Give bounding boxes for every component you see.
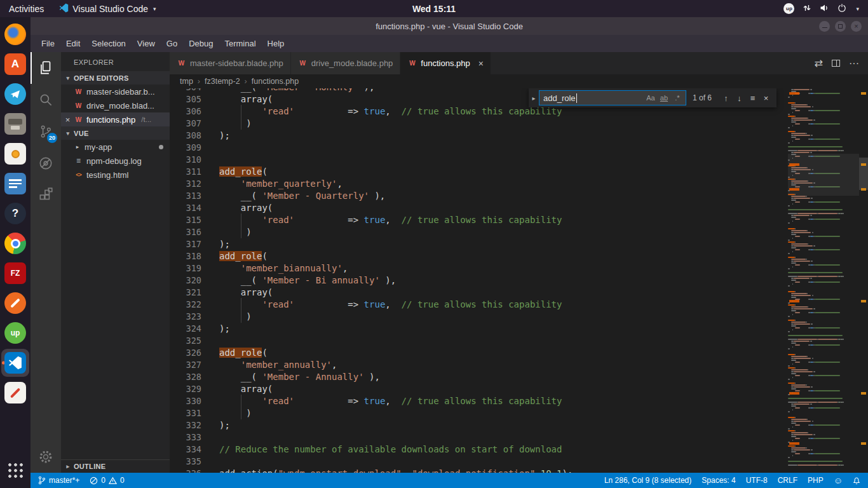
scrollbar-thumb[interactable]	[859, 158, 868, 190]
code-line[interactable]: 310	[170, 153, 785, 165]
code-line[interactable]: 326add_role(	[170, 346, 785, 358]
upwork-tray-icon[interactable]: up	[783, 3, 794, 14]
code-line[interactable]: 328 __( 'Member - Annually' ),	[170, 370, 785, 383]
outline-section-header[interactable]: ▸ OUTLINE	[61, 459, 170, 473]
code-line[interactable]: 332);	[170, 419, 785, 431]
code-line[interactable]: 314 array(	[170, 201, 785, 214]
toggle-replace-icon[interactable]: ▸	[529, 95, 539, 102]
code-line[interactable]: 307 )	[170, 117, 785, 129]
close-tab-icon[interactable]: ×	[478, 58, 484, 69]
code-line[interactable]: 336add_action("wpdm_onstart_download", "…	[170, 467, 785, 473]
code-line[interactable]: 317);	[170, 238, 785, 250]
dock-annotator[interactable]	[1, 379, 29, 407]
code-line[interactable]: 334// Reduce the number of available dow…	[170, 443, 785, 455]
breadcrumb-item[interactable]: fz3temp-2	[205, 77, 240, 86]
manage-gear-icon[interactable]	[31, 441, 61, 473]
next-match-button[interactable]: ↓	[733, 91, 746, 105]
code-line[interactable]: 333	[170, 431, 785, 443]
code-line[interactable]: 321 array(	[170, 286, 785, 298]
dock-camera[interactable]	[1, 140, 29, 168]
tab-drive_mode.blade.php[interactable]: Wdrive_mode.blade.php	[291, 52, 401, 74]
code-line[interactable]: 329 array(	[170, 383, 785, 395]
code-area[interactable]: 304 __( 'Member - Monthly' ),305 array(3…	[170, 88, 785, 473]
code-line[interactable]: 318add_role(	[170, 250, 785, 262]
tab-functions.php[interactable]: Wfunctions.php×	[400, 52, 491, 74]
debug-activity-icon[interactable]	[31, 147, 61, 179]
dock-ubuntu-software[interactable]: A	[1, 50, 29, 78]
minimap[interactable]	[788, 88, 859, 473]
code-line[interactable]: 320 __( 'Member - Bi annually' ),	[170, 274, 785, 286]
source-control-activity-icon[interactable]: 20	[31, 116, 61, 147]
code-line[interactable]: 319 'member_biannually',	[170, 262, 785, 274]
explorer-activity-icon[interactable]	[31, 52, 61, 84]
search-activity-icon[interactable]	[31, 84, 61, 116]
code-line[interactable]: 323 )	[170, 310, 785, 322]
close-icon[interactable]: ×	[63, 115, 72, 125]
tree-item-testing.html[interactable]: <>testing.html	[61, 168, 170, 182]
split-editor-icon[interactable]	[832, 60, 840, 67]
maximize-button[interactable]	[835, 21, 846, 32]
extensions-activity-icon[interactable]	[31, 179, 61, 211]
open-editor-item[interactable]: ×Wfunctions.php/t...	[61, 112, 170, 126]
code-line[interactable]: 308);	[170, 129, 785, 141]
overview-ruler[interactable]	[859, 88, 868, 473]
previous-match-button[interactable]: ↑	[719, 91, 733, 105]
indentation[interactable]: Spaces: 4	[696, 473, 740, 488]
find-input[interactable]: add_role Aa ab .*	[539, 90, 686, 105]
notifications-bell-icon[interactable]	[848, 473, 865, 488]
code-line[interactable]: 325	[170, 334, 785, 346]
menu-file[interactable]: File	[36, 36, 60, 51]
network-icon[interactable]	[803, 4, 811, 14]
editor-content[interactable]: 304 __( 'Member - Monthly' ),305 array(3…	[170, 88, 868, 473]
tree-item-my-app[interactable]: ▸my-app	[61, 140, 170, 154]
menu-view[interactable]: View	[132, 36, 161, 51]
menu-debug[interactable]: Debug	[183, 36, 219, 51]
code-line[interactable]: 322 'read' => true, // true allows this …	[170, 298, 785, 310]
dock-firefox[interactable]	[1, 20, 29, 48]
dock-filezilla[interactable]: FZ	[1, 259, 29, 287]
eol[interactable]: CRLF	[773, 473, 803, 488]
match-case-toggle[interactable]: Aa	[644, 92, 657, 104]
git-branch-status[interactable]: master*+	[33, 473, 85, 488]
code-line[interactable]: 331 )	[170, 407, 785, 419]
code-line[interactable]: 309	[170, 141, 785, 153]
app-menu-button[interactable]: Visual Studio Code ▾	[53, 0, 162, 17]
whole-word-toggle[interactable]: ab	[658, 92, 670, 104]
code-line[interactable]: 311add_role(	[170, 165, 785, 177]
cursor-position[interactable]: Ln 286, Col 9 (8 selected)	[599, 473, 696, 488]
dock-printer[interactable]	[1, 110, 29, 138]
title-bar[interactable]: functions.php - vue - Visual Studio Code…	[31, 17, 868, 35]
open-editor-item[interactable]: Wdrive_mode.blad...	[61, 98, 170, 112]
minimize-button[interactable]	[819, 21, 830, 32]
more-actions-icon[interactable]: ···	[849, 58, 859, 69]
feedback-smiley-icon[interactable]: ☺	[829, 473, 848, 488]
dock-writer[interactable]	[1, 170, 29, 198]
code-line[interactable]: 335	[170, 455, 785, 467]
code-line[interactable]: 312 'member_quarterly',	[170, 177, 785, 189]
tree-item-npm-debug.log[interactable]: ≡npm-debug.log	[61, 154, 170, 168]
open-editors-header[interactable]: ▾ OPEN EDITORS	[61, 71, 170, 85]
dock-vscode[interactable]	[1, 349, 29, 377]
regex-toggle[interactable]: .*	[671, 92, 684, 104]
close-button[interactable]: ×	[851, 21, 862, 32]
language-mode[interactable]: PHP	[803, 473, 829, 488]
menu-help[interactable]: Help	[262, 36, 290, 51]
volume-icon[interactable]	[820, 4, 829, 14]
dock-chrome[interactable]	[1, 229, 29, 257]
tab-master-sidebar.blade.php[interactable]: Wmaster-sidebar.blade.php	[170, 52, 291, 74]
dock-help[interactable]: ?	[1, 200, 29, 227]
dock-tools[interactable]	[1, 289, 29, 317]
dock-show-apps[interactable]	[1, 456, 29, 484]
power-icon[interactable]	[837, 3, 846, 14]
menu-selection[interactable]: Selection	[86, 36, 131, 51]
code-line[interactable]: 313 __( 'Member - Quarterly' ),	[170, 189, 785, 201]
code-line[interactable]: 324);	[170, 322, 785, 334]
code-line[interactable]: 315 'read' => true, // true allows this …	[170, 214, 785, 226]
open-editor-item[interactable]: Wmaster-sidebar.b...	[61, 85, 170, 98]
encoding[interactable]: UTF-8	[741, 473, 773, 488]
tray-chevron-icon[interactable]: ▾	[856, 6, 859, 12]
open-changes-icon[interactable]: ⇄	[815, 57, 823, 69]
menu-edit[interactable]: Edit	[60, 36, 86, 51]
breadcrumb-item[interactable]: tmp	[180, 77, 193, 86]
code-line[interactable]: 316 )	[170, 226, 785, 238]
